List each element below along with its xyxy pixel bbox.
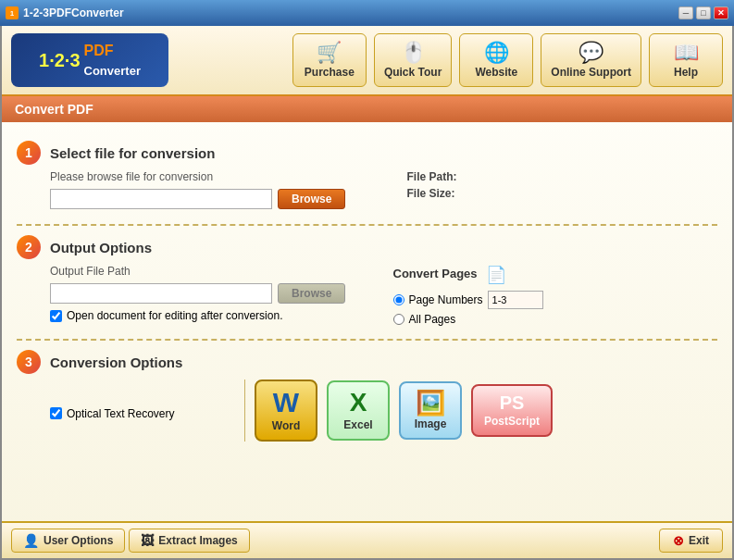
step2-browse-button[interactable]: Browse: [278, 283, 345, 304]
extract-images-label: Extract Images: [158, 534, 237, 547]
help-button[interactable]: 📖 Help: [649, 33, 723, 87]
output-path-input[interactable]: [50, 283, 272, 304]
title-bar: 1 1-2-3PDFConverter ─ □ ✕: [0, 0, 734, 26]
step1-number: 1: [17, 141, 41, 165]
postscript-label: PostScript: [484, 415, 540, 428]
postscript-format-button[interactable]: PS PostScript: [471, 384, 553, 437]
user-options-button[interactable]: 👤 User Options: [11, 529, 125, 553]
postscript-icon: PS: [500, 393, 525, 412]
quick-tour-icon: 🖱️: [401, 43, 426, 63]
step1-input-row: Browse: [50, 189, 361, 209]
step3-divider: [244, 380, 245, 442]
page-numbers-radio[interactable]: [393, 294, 404, 305]
step2-content: Output File Path Browse Open document fo…: [17, 265, 717, 330]
pages-icon: 📄: [486, 265, 506, 285]
exit-icon: ⊗: [673, 533, 684, 548]
app-icon: 1: [6, 6, 19, 19]
page-numbers-row: Page Numbers: [393, 291, 718, 309]
bottom-bar: 👤 User Options 🖼 Extract Images ⊗ Exit: [2, 521, 732, 558]
open-doc-checkbox-row: Open document for editing after conversi…: [50, 309, 375, 322]
word-label: Word: [272, 419, 300, 432]
logo-part1: 1·2·3: [39, 50, 80, 71]
content-area: Convert PDF 1 Select file for conversion…: [2, 96, 732, 558]
bottom-left: 👤 User Options 🖼 Extract Images: [11, 529, 250, 553]
steps-container: 1 Select file for conversion Please brow…: [2, 122, 732, 521]
page-numbers-label: Page Numbers: [409, 293, 483, 306]
step2-header: 2 Output Options: [17, 235, 717, 259]
step3-left: Optical Text Recovery: [50, 402, 235, 420]
image-label: Image: [415, 417, 447, 430]
word-format-button[interactable]: W Word: [255, 380, 317, 442]
excel-icon: X: [350, 390, 367, 416]
step2-columns: Output File Path Browse Open document fo…: [50, 265, 717, 330]
online-support-label: Online Support: [551, 66, 631, 79]
step1-left: Please browse file for conversion Browse: [50, 170, 361, 215]
extract-images-button[interactable]: 🖼 Extract Images: [129, 529, 249, 553]
optical-text-checkbox-row: Optical Text Recovery: [50, 407, 235, 420]
file-path-row: File Path:: [407, 170, 718, 183]
all-pages-radio[interactable]: [393, 314, 404, 325]
step3-section: 3 Conversion Options Optical Text Recove…: [17, 341, 717, 451]
online-support-icon: 💬: [578, 43, 603, 63]
image-format-button[interactable]: 🖼️ Image: [399, 381, 462, 440]
purchase-label: Purchase: [305, 66, 355, 79]
minimize-button[interactable]: ─: [678, 6, 693, 19]
logo-text: PDF Converter: [84, 41, 141, 80]
step2-section: 2 Output Options Output File Path Browse: [17, 226, 717, 341]
optical-text-checkbox[interactable]: [50, 407, 62, 419]
window-controls: ─ □ ✕: [678, 6, 728, 19]
step2-title: Output Options: [50, 240, 152, 255]
format-buttons: W Word X Excel 🖼️ Image: [255, 380, 553, 442]
extract-images-icon: 🖼: [141, 533, 154, 548]
exit-label: Exit: [689, 534, 709, 547]
convert-pages-text: Convert Pages: [393, 267, 478, 280]
step3-title: Conversion Options: [50, 355, 182, 370]
step1-header: 1 Select file for conversion: [17, 141, 717, 165]
excel-label: Excel: [343, 418, 372, 431]
all-pages-row: All Pages: [393, 313, 718, 326]
open-doc-label: Open document for editing after conversi…: [67, 309, 282, 322]
section-header-text: Convert PDF: [15, 102, 93, 117]
file-size-label: File Size:: [407, 187, 455, 200]
image-icon: 🖼️: [416, 391, 445, 415]
logo-pdf: PDF: [84, 43, 114, 58]
user-options-icon: 👤: [23, 533, 39, 548]
word-icon: W: [273, 389, 299, 417]
logo-converter: Converter: [84, 64, 141, 78]
step1-section: 1 Select file for conversion Please brow…: [17, 131, 717, 226]
step1-subtitle: Please browse file for conversion: [50, 170, 361, 183]
all-pages-label: All Pages: [409, 313, 456, 326]
help-icon: 📖: [674, 43, 699, 63]
purchase-button[interactable]: 🛒 Purchase: [292, 33, 367, 87]
quick-tour-label: Quick Tour: [384, 66, 442, 79]
step2-input-row: Browse: [50, 283, 375, 304]
main-window: 1·2·3 PDF Converter 🛒 Purchase 🖱️ Quick …: [0, 26, 734, 560]
close-button[interactable]: ✕: [714, 6, 728, 19]
step1-right: File Path: File Size:: [389, 170, 718, 215]
page-numbers-input[interactable]: [488, 291, 543, 309]
step2-right: Convert Pages 📄 Page Numbers All Pages: [375, 265, 718, 330]
optical-text-label: Optical Text Recovery: [67, 407, 175, 420]
section-header: Convert PDF: [2, 96, 732, 122]
excel-format-button[interactable]: X Excel: [327, 380, 390, 441]
file-size-row: File Size:: [407, 187, 718, 200]
open-doc-checkbox[interactable]: [50, 310, 62, 322]
step1-title: Select file for conversion: [50, 145, 215, 161]
website-icon: 🌐: [484, 43, 509, 63]
step2-left: Output File Path Browse Open document fo…: [50, 265, 375, 330]
output-path-label: Output File Path: [50, 265, 375, 278]
exit-button[interactable]: ⊗ Exit: [659, 529, 723, 553]
website-label: Website: [475, 66, 517, 79]
file-path-label: File Path:: [407, 170, 457, 183]
quick-tour-button[interactable]: 🖱️ Quick Tour: [374, 33, 452, 87]
step1-browse-button[interactable]: Browse: [278, 189, 345, 209]
convert-pages-label: Convert Pages 📄: [393, 265, 718, 285]
file-path-input[interactable]: [50, 189, 272, 209]
step3-number: 3: [17, 350, 41, 374]
help-label: Help: [674, 66, 698, 79]
maximize-button[interactable]: □: [696, 6, 711, 19]
purchase-icon: 🛒: [317, 43, 342, 63]
website-button[interactable]: 🌐 Website: [459, 33, 533, 87]
online-support-button[interactable]: 💬 Online Support: [541, 33, 641, 87]
step1-columns: Please browse file for conversion Browse…: [50, 170, 717, 215]
